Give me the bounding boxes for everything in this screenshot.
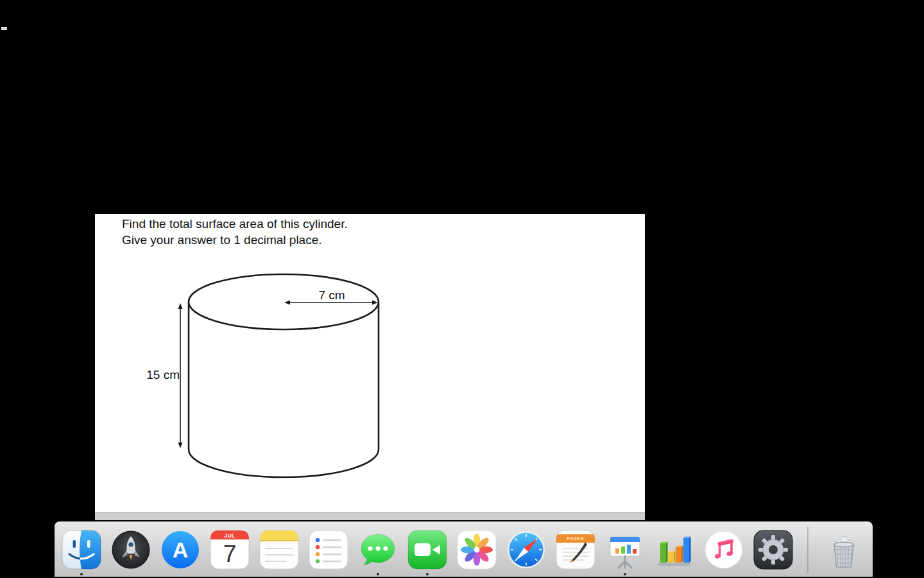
dock-item-safari[interactable] xyxy=(506,522,547,577)
launchpad-rocket-icon xyxy=(110,529,151,570)
dock-item-notes[interactable] xyxy=(259,522,300,577)
calendar-day-label: 7 xyxy=(223,541,237,567)
pages-label: PAGES xyxy=(567,536,585,541)
calendar-icon: JUL 7 xyxy=(209,529,250,570)
dock-item-app-store[interactable]: A xyxy=(160,522,201,577)
dock-item-facetime[interactable] xyxy=(407,522,448,577)
dock-item-launchpad[interactable] xyxy=(110,522,151,577)
messages-bubble-icon xyxy=(357,529,398,570)
dock-item-messages[interactable] xyxy=(357,522,398,577)
problem-text: Find the total surface area of this cyli… xyxy=(122,216,348,248)
problem-line-2: Give your answer to 1 decimal place. xyxy=(122,232,348,249)
running-indicator xyxy=(426,573,429,575)
dock-item-system-preferences[interactable] xyxy=(753,522,794,577)
dock-item-photos[interactable] xyxy=(456,522,497,577)
radius-dimension-label: 7 cm xyxy=(309,288,354,302)
finder-icon xyxy=(61,529,102,570)
horizontal-scrollbar[interactable] xyxy=(95,512,645,520)
app-store-icon: A xyxy=(160,529,201,570)
dock-item-finder[interactable] xyxy=(61,522,102,577)
running-indicator xyxy=(377,573,379,575)
running-indicator xyxy=(624,573,626,575)
dock-item-pages[interactable]: PAGES xyxy=(555,522,596,577)
pages-icon: PAGES xyxy=(555,529,596,570)
dock-item-itunes[interactable] xyxy=(703,522,744,577)
photos-pinwheel-icon xyxy=(456,529,497,570)
running-indicator xyxy=(80,573,83,575)
reminders-icon xyxy=(308,529,349,570)
screen-artifact xyxy=(1,27,7,30)
itunes-music-note-icon xyxy=(703,529,744,570)
dock-item-keynote[interactable] xyxy=(604,522,646,577)
height-dimension-label: 15 cm xyxy=(133,368,180,382)
problem-line-1: Find the total surface area of this cyli… xyxy=(122,216,348,232)
dock-item-calendar[interactable]: JUL 7 xyxy=(209,522,250,577)
dock-separator xyxy=(807,527,809,573)
keynote-podium-icon xyxy=(604,529,646,570)
dock-item-reminders[interactable] xyxy=(308,522,349,577)
dock: A JUL 7 xyxy=(55,521,873,577)
safari-compass-icon xyxy=(506,529,547,570)
system-preferences-gear-icon xyxy=(753,529,794,570)
notes-icon xyxy=(259,529,300,570)
facetime-camera-icon xyxy=(407,529,448,570)
content-window: Find the total surface area of this cyli… xyxy=(95,214,645,520)
dock-item-numbers[interactable] xyxy=(654,522,695,577)
trash-icon xyxy=(823,529,864,570)
dock-item-trash[interactable] xyxy=(823,522,864,577)
app-store-letter: A xyxy=(173,538,189,562)
numbers-bar-chart-icon xyxy=(654,529,695,570)
calendar-month-label: JUL xyxy=(224,532,235,538)
